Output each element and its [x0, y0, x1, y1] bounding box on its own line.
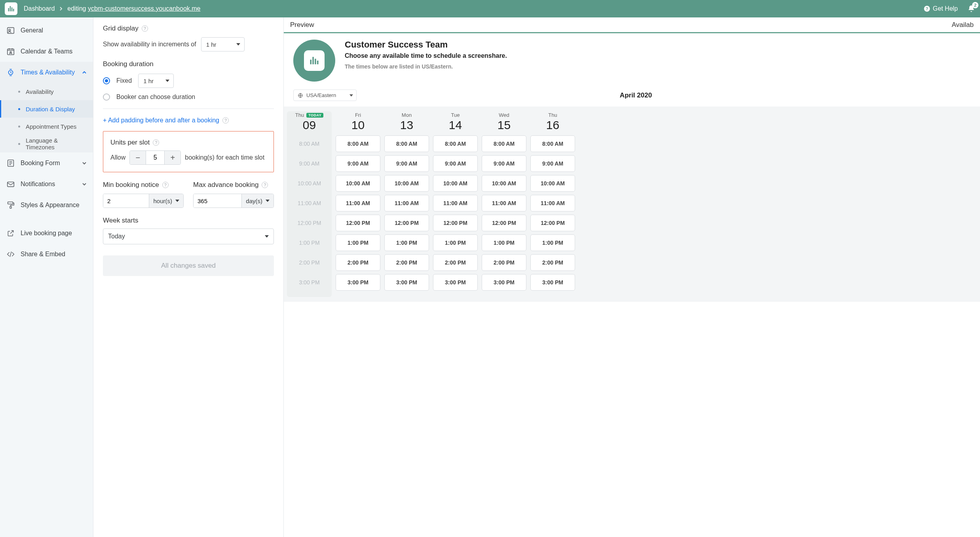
- help-icon[interactable]: ?: [153, 139, 159, 146]
- time-slot[interactable]: 9:00 AM: [433, 155, 478, 172]
- time-slot[interactable]: 3:00 PM: [530, 274, 575, 291]
- time-slot[interactable]: 2:00 PM: [384, 254, 429, 271]
- time-slot[interactable]: 12:00 PM: [482, 215, 526, 231]
- time-slot[interactable]: 8:00 AM: [530, 135, 575, 152]
- increment-button[interactable]: +: [165, 151, 180, 164]
- allow-label: Allow: [110, 154, 125, 161]
- time-slot[interactable]: 9:00 AM: [336, 155, 380, 172]
- time-slot[interactable]: 10:00 AM: [336, 175, 380, 192]
- time-slot[interactable]: 11:00 AM: [384, 195, 429, 211]
- min-notice-unit-select[interactable]: hour(s): [149, 194, 183, 208]
- preview-logo: [293, 40, 335, 82]
- day-header: Wed15: [482, 111, 526, 131]
- calendar-column: Fri108:00 AM9:00 AM10:00 AM11:00 AM12:00…: [336, 111, 380, 297]
- sidebar-item-duration-display[interactable]: Duration & Display: [0, 100, 93, 118]
- time-slot[interactable]: 2:00 PM: [433, 254, 478, 271]
- day-number: 09: [289, 118, 330, 131]
- time-slot: 3:00 PM: [289, 274, 330, 291]
- time-slot[interactable]: 12:00 PM: [530, 215, 575, 231]
- max-advance-unit-select[interactable]: day(s): [241, 194, 273, 208]
- notifications-button[interactable]: 2: [967, 4, 975, 13]
- app-logo[interactable]: [5, 2, 17, 15]
- svg-rect-2: [11, 8, 13, 11]
- time-slot[interactable]: 12:00 PM: [336, 215, 380, 231]
- time-slot[interactable]: 1:00 PM: [384, 234, 429, 251]
- time-slot[interactable]: 9:00 AM: [384, 155, 429, 172]
- time-slot[interactable]: 11:00 AM: [433, 195, 478, 211]
- time-slot[interactable]: 8:00 AM: [433, 135, 478, 152]
- sidebar-item-notifications[interactable]: Notifications: [0, 173, 93, 194]
- sidebar: General Calendar & Teams Times & Availab…: [0, 17, 93, 537]
- help-icon[interactable]: ?: [262, 182, 268, 188]
- units-input[interactable]: [146, 151, 165, 164]
- min-notice-input[interactable]: [103, 194, 149, 208]
- time-slot[interactable]: 10:00 AM: [482, 175, 526, 192]
- time-slot[interactable]: 2:00 PM: [530, 254, 575, 271]
- sidebar-item-times-availability[interactable]: Times & Availability: [0, 62, 93, 83]
- caret-down-icon: [266, 200, 270, 202]
- time-slot[interactable]: 1:00 PM: [433, 234, 478, 251]
- sidebar-item-language-timezones[interactable]: Language & Timezones: [0, 135, 93, 152]
- time-slot[interactable]: 10:00 AM: [384, 175, 429, 192]
- time-slot: 9:00 AM: [289, 155, 330, 172]
- sidebar-item-styles[interactable]: Styles & Appearance: [0, 194, 93, 215]
- calendar-column: Wed158:00 AM9:00 AM10:00 AM11:00 AM12:00…: [482, 111, 526, 297]
- add-padding-link[interactable]: + Add padding before and after a booking…: [103, 117, 274, 124]
- sidebar-item-availability[interactable]: Availability: [0, 83, 93, 100]
- time-slot[interactable]: 3:00 PM: [384, 274, 429, 291]
- logo-bars-icon: [309, 55, 320, 66]
- time-slot[interactable]: 12:00 PM: [433, 215, 478, 231]
- time-slot[interactable]: 11:00 AM: [482, 195, 526, 211]
- time-slot[interactable]: 11:00 AM: [530, 195, 575, 211]
- chevron-down-icon: [82, 161, 87, 166]
- get-help-button[interactable]: ? Get Help: [923, 5, 958, 12]
- fixed-duration-select[interactable]: 1 hr: [138, 74, 174, 88]
- time-slot[interactable]: 1:00 PM: [336, 234, 380, 251]
- notification-count-badge: 2: [972, 2, 978, 8]
- sidebar-item-live-page[interactable]: Live booking page: [0, 223, 93, 244]
- time-slot[interactable]: 1:00 PM: [530, 234, 575, 251]
- time-slot[interactable]: 2:00 PM: [336, 254, 380, 271]
- time-slot[interactable]: 11:00 AM: [336, 195, 380, 211]
- time-slot[interactable]: 8:00 AM: [482, 135, 526, 152]
- calendar-column: Mon138:00 AM9:00 AM10:00 AM11:00 AM12:00…: [384, 111, 429, 297]
- sidebar-item-booking-form[interactable]: Booking Form: [0, 152, 93, 173]
- sidebar-item-calendar-teams[interactable]: Calendar & Teams: [0, 41, 93, 62]
- sidebar-item-appointment-types[interactable]: Appointment Types: [0, 118, 93, 135]
- time-slot[interactable]: 2:00 PM: [482, 254, 526, 271]
- booker-choose-radio[interactable]: [103, 93, 110, 101]
- paint-roller-icon: [6, 201, 15, 209]
- dashboard-link[interactable]: Dashboard: [24, 5, 55, 12]
- help-icon[interactable]: ?: [162, 182, 169, 188]
- svg-rect-16: [312, 57, 314, 65]
- sidebar-item-general[interactable]: General: [0, 20, 93, 41]
- time-slot[interactable]: 1:00 PM: [482, 234, 526, 251]
- time-slot[interactable]: 10:00 AM: [433, 175, 478, 192]
- time-slot[interactable]: 8:00 AM: [336, 135, 380, 152]
- tab-preview[interactable]: Preview: [284, 17, 632, 32]
- week-starts-select[interactable]: Today: [103, 229, 274, 244]
- decrement-button[interactable]: −: [130, 151, 146, 164]
- caret-down-icon: [236, 43, 240, 46]
- time-slot[interactable]: 3:00 PM: [336, 274, 380, 291]
- svg-rect-15: [310, 60, 312, 65]
- help-icon[interactable]: ?: [222, 117, 229, 124]
- booking-duration-heading: Booking duration: [103, 60, 274, 68]
- calendar-column: ThuTODAY098:00 AM9:00 AM10:00 AM11:00 AM…: [287, 111, 332, 297]
- time-slot[interactable]: 3:00 PM: [482, 274, 526, 291]
- sidebar-item-share-embed[interactable]: Share & Embed: [0, 244, 93, 265]
- fixed-radio[interactable]: [103, 77, 110, 84]
- increments-select[interactable]: 1 hr: [201, 37, 245, 51]
- time-slot[interactable]: 12:00 PM: [384, 215, 429, 231]
- time-slot[interactable]: 3:00 PM: [433, 274, 478, 291]
- max-advance-input[interactable]: [194, 194, 241, 208]
- time-slot[interactable]: 9:00 AM: [482, 155, 526, 172]
- page-url-link[interactable]: ycbm-customersuccess.youcanbook.me: [88, 5, 201, 12]
- day-of-week: ThuTODAY: [295, 112, 323, 118]
- time-slot[interactable]: 8:00 AM: [384, 135, 429, 152]
- tab-availability[interactable]: Availab: [632, 17, 980, 32]
- timezone-select[interactable]: USA/Eastern: [293, 90, 357, 101]
- time-slot[interactable]: 10:00 AM: [530, 175, 575, 192]
- time-slot[interactable]: 9:00 AM: [530, 155, 575, 172]
- help-icon[interactable]: ?: [142, 25, 148, 32]
